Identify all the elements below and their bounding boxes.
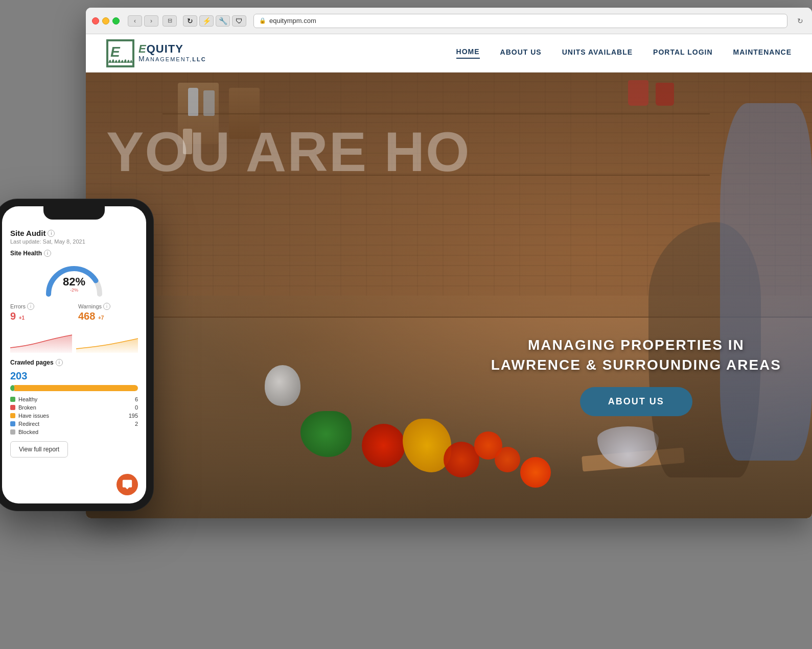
tomato-large <box>362 424 405 467</box>
logo-box: E <box>106 39 134 67</box>
crawled-section: Crawled pages i 203 <box>10 359 138 391</box>
gauge-percent: 82% <box>63 276 85 287</box>
audit-info-icon[interactable]: i <box>48 230 55 237</box>
maximize-button[interactable] <box>112 17 120 25</box>
errors-label: Errors i <box>10 303 70 310</box>
sidebar-toggle[interactable]: ⊟ <box>163 15 177 27</box>
site-nav-links: HOME ABOUT US UNITS AVAILABLE PORTAL LOG… <box>456 47 792 59</box>
phone-frame: Site Audit i Last update: Sat, May 8, 20… <box>0 199 153 511</box>
warnings-info-icon[interactable]: i <box>103 303 110 310</box>
gauge-change: -2% <box>63 287 85 293</box>
warnings-chart <box>76 327 138 353</box>
minimize-button[interactable] <box>102 17 109 25</box>
phone-content: Site Audit i Last update: Sat, May 8, 20… <box>2 206 146 503</box>
toolbar-icons: ↻ ⚡ 🔧 🛡 <box>183 15 246 27</box>
site-navigation: E EQUITY M <box>86 34 812 73</box>
warnings-block: Warnings i 468 +7 <box>78 303 138 322</box>
nav-about-us[interactable]: ABOUT US <box>500 48 542 58</box>
errors-value: 9 +1 <box>10 310 70 322</box>
nav-buttons: ‹ › <box>128 15 158 27</box>
audit-title: Site Audit i <box>10 229 138 237</box>
browser-window: ‹ › ⊟ ↻ ⚡ 🔧 🛡 🔒 equitympm.com ↻ E <box>86 8 812 518</box>
crawled-info-icon[interactable]: i <box>56 359 63 366</box>
page-refresh-button[interactable]: ↻ <box>795 15 806 27</box>
phone-notch <box>43 206 105 220</box>
nav-maintenance[interactable]: MAINTENANCE <box>733 48 792 58</box>
progress-bar-container <box>10 385 138 391</box>
site-health-label: Site Health i <box>10 250 138 257</box>
mini-charts <box>10 327 138 353</box>
phone-screen: Site Audit i Last update: Sat, May 8, 20… <box>2 206 146 503</box>
warnings-value: 468 +7 <box>78 310 138 322</box>
gauge-svg-wrap: 82% -2% <box>43 261 105 297</box>
chat-bubble[interactable] <box>117 474 138 495</box>
logo-management-text: MANAGEMENT,LLC <box>138 55 206 63</box>
errors-delta: +1 <box>19 315 25 321</box>
legend-item: Blocked <box>10 429 138 435</box>
cherry-tomato-3 <box>520 457 551 488</box>
kettle <box>265 365 300 406</box>
site-logo: E EQUITY M <box>106 39 206 67</box>
errors-info-icon[interactable]: i <box>27 303 34 310</box>
warnings-delta: +7 <box>98 315 104 321</box>
crawled-number: 203 <box>10 370 138 382</box>
shield-icon[interactable]: 🛡 <box>232 15 246 27</box>
nav-units[interactable]: UNITS AVAILABLE <box>562 48 633 58</box>
close-button[interactable] <box>92 17 99 25</box>
view-full-report-button[interactable]: View full report <box>10 441 68 458</box>
refresh-icon[interactable]: ↻ <box>183 15 197 27</box>
errors-block: Errors i 9 +1 <box>10 303 70 322</box>
legend-item: Broken 0 <box>10 404 138 411</box>
cherry-tomato-2 <box>495 447 520 472</box>
traffic-lights <box>92 17 120 25</box>
extensions-icon[interactable]: ⚡ <box>199 15 214 27</box>
hero-subtitle: MANAGING PROPERTIES IN LAWRENCE & SURROU… <box>491 335 781 416</box>
logo-svg: E <box>107 40 133 66</box>
bottle-2 <box>203 90 215 116</box>
gauge-container: 82% -2% <box>10 261 138 297</box>
shelf-line-1 <box>163 113 710 114</box>
warnings-label: Warnings i <box>78 303 138 310</box>
nav-portal[interactable]: PORTAL LOGIN <box>653 48 712 58</box>
legend-item: Healthy 6 <box>10 396 138 402</box>
address-bar[interactable]: 🔒 equitympm.com <box>253 14 787 28</box>
legend-list: Healthy 6 Broken 0 Have issues 195 Redir… <box>10 396 138 435</box>
audit-date: Last update: Sat, May 8, 2021 <box>10 238 138 245</box>
bottle-1 <box>188 88 198 116</box>
gauge-center-text: 82% -2% <box>63 276 85 293</box>
health-info-icon[interactable]: i <box>44 250 51 257</box>
hero-section: YOU ARE HO MANAGING PROPERTIES IN LAWREN… <box>86 73 812 518</box>
back-button[interactable]: ‹ <box>128 15 142 27</box>
logo-company-name: EQUITY MANAGEMENT,LLC <box>138 43 206 63</box>
errors-warnings: Errors i 9 +1 Warnings i <box>10 303 138 322</box>
url-text: equitympm.com <box>269 17 316 25</box>
hero-subtitle-text: MANAGING PROPERTIES IN LAWRENCE & SURROU… <box>491 335 781 375</box>
forward-button[interactable]: › <box>144 15 158 27</box>
lock-icon: 🔒 <box>259 17 266 24</box>
chat-icon <box>122 479 133 490</box>
logo-equity-text: EQUITY <box>138 43 206 55</box>
website-content: E EQUITY M <box>86 34 812 518</box>
hero-about-us-button[interactable]: ABOUT US <box>580 387 692 416</box>
nav-home[interactable]: HOME <box>456 47 480 59</box>
phone-mockup: Site Audit i Last update: Sat, May 8, 20… <box>0 199 153 516</box>
svg-text:E: E <box>110 44 121 60</box>
tools-icon[interactable]: 🔧 <box>216 15 230 27</box>
crawled-label: Crawled pages i <box>10 359 138 366</box>
hero-large-text: YOU ARE HO <box>106 124 471 180</box>
legend-item: Redirect 2 <box>10 421 138 427</box>
errors-chart <box>10 327 72 353</box>
title-bar: ‹ › ⊟ ↻ ⚡ 🔧 🛡 🔒 equitympm.com ↻ <box>86 8 812 34</box>
legend-item: Have issues 195 <box>10 413 138 419</box>
progress-bar-fill <box>10 385 14 391</box>
